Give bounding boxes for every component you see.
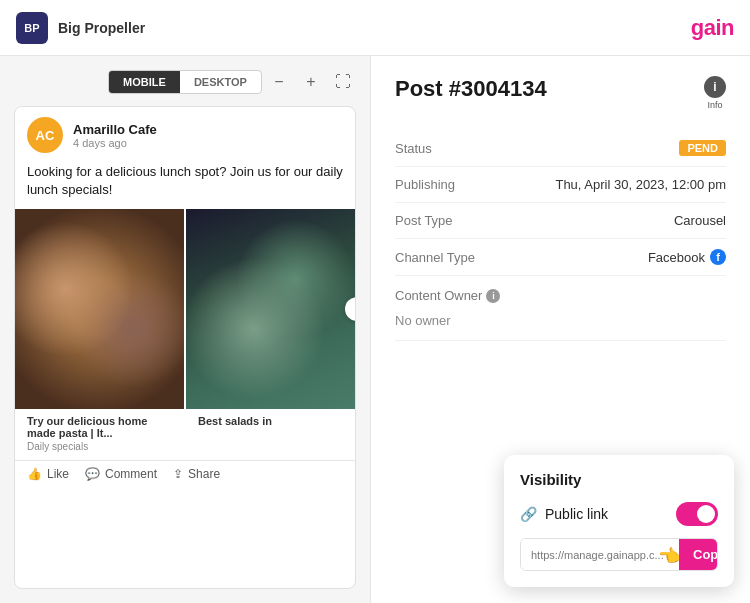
like-button[interactable]: 👍 Like [27,467,69,481]
like-label: Like [47,467,69,481]
status-badge: PEND [679,140,726,156]
publishing-label: Publishing [395,177,515,192]
content-owner-label: Content Owner i [395,288,726,303]
url-input[interactable] [521,539,679,570]
publishing-value: Thu, April 30, 2023, 12:00 pm [555,177,726,192]
facebook-icon: f [710,249,726,265]
post-title-row: Post #3004134 i Info [395,76,726,110]
comment-label: Comment [105,467,157,481]
post-time: 4 days ago [73,137,343,149]
caption-1: Try our delicious home made pasta | It..… [15,409,184,460]
page-title: Post #3004134 [395,76,547,102]
share-label: Share [188,467,220,481]
public-link-toggle[interactable] [676,502,718,526]
main-content: MOBILE DESKTOP − + ⛶ AC Amarillo Cafe 4 … [0,56,750,603]
cursor-indicator: 👈 [658,545,680,567]
copy-button[interactable]: Copy [679,539,718,570]
food-image-1 [15,209,184,409]
url-row: Copy [520,538,718,571]
left-panel: MOBILE DESKTOP − + ⛶ AC Amarillo Cafe 4 … [0,56,370,603]
post-type-row: Post Type Carousel [395,203,726,239]
channel-type-label: Channel Type [395,250,515,265]
image-gallery: › [15,209,355,409]
food-image-2 [186,209,355,409]
post-type-value: Carousel [674,213,726,228]
link-icon: 🔗 [520,506,537,522]
gallery-item-1 [15,209,184,409]
channel-type-row: Channel Type Facebook f [395,239,726,276]
tab-mobile[interactable]: MOBILE [109,71,180,93]
post-text: Looking for a delicious lunch spot? Join… [15,163,355,209]
post-card: AC Amarillo Cafe 4 days ago Looking for … [14,106,356,589]
status-row: Status PEND [395,130,726,167]
visibility-row: 🔗 Public link [520,502,718,526]
channel-type-value: Facebook f [648,249,726,265]
tab-group: MOBILE DESKTOP [108,70,262,94]
share-button[interactable]: ⇪ Share [173,467,220,481]
gallery-item-2 [186,209,355,409]
public-link-label: Public link [545,506,608,522]
visibility-title: Visibility [520,471,718,488]
zoom-in-button[interactable]: + [298,69,324,95]
zoom-out-button[interactable]: − [266,69,292,95]
brand-name: Big Propeller [58,20,145,36]
post-header: AC Amarillo Cafe 4 days ago [15,107,355,163]
channel-type-text: Facebook [648,250,705,265]
img-caption-2: Best salads in [186,409,355,429]
topbar-left: BP Big Propeller [16,12,145,44]
like-icon: 👍 [27,467,42,481]
info-button[interactable]: i [704,76,726,98]
info-label: Info [707,100,722,110]
avatar: AC [27,117,63,153]
status-label: Status [395,141,515,156]
post-meta: Amarillo Cafe 4 days ago [73,122,343,149]
info-container: i Info [704,76,726,110]
visibility-popup: Visibility 🔗 Public link Copy [504,455,734,587]
img-caption-1: Try our delicious home made pasta | It..… [15,409,184,441]
post-type-label: Post Type [395,213,515,228]
publishing-row: Publishing Thu, April 30, 2023, 12:00 pm [395,167,726,203]
brand-icon: BP [16,12,48,44]
caption-2: Best salads in [186,409,355,460]
preview-controls: MOBILE DESKTOP − + ⛶ [14,70,356,94]
content-owner-info-icon[interactable]: i [486,289,500,303]
comment-button[interactable]: 💬 Comment [85,467,157,481]
topbar: BP Big Propeller gain [0,0,750,56]
comment-icon: 💬 [85,467,100,481]
content-owner-row: Content Owner i No owner [395,276,726,341]
captions-row: Try our delicious home made pasta | It..… [15,409,355,460]
right-panel: Post #3004134 i Info Status PEND Publish… [370,56,750,603]
fullscreen-button[interactable]: ⛶ [330,69,356,95]
visibility-left: 🔗 Public link [520,506,608,522]
img-subcaption-1: Daily specials [15,441,184,460]
status-value: PEND [679,140,726,156]
no-owner-text: No owner [395,309,726,336]
cafe-name: Amarillo Cafe [73,122,343,137]
share-icon: ⇪ [173,467,183,481]
gain-logo: gain [691,15,734,41]
preview-controls-icons: − + ⛶ [266,69,356,95]
post-actions: 👍 Like 💬 Comment ⇪ Share [15,460,355,487]
tab-desktop[interactable]: DESKTOP [180,71,261,93]
